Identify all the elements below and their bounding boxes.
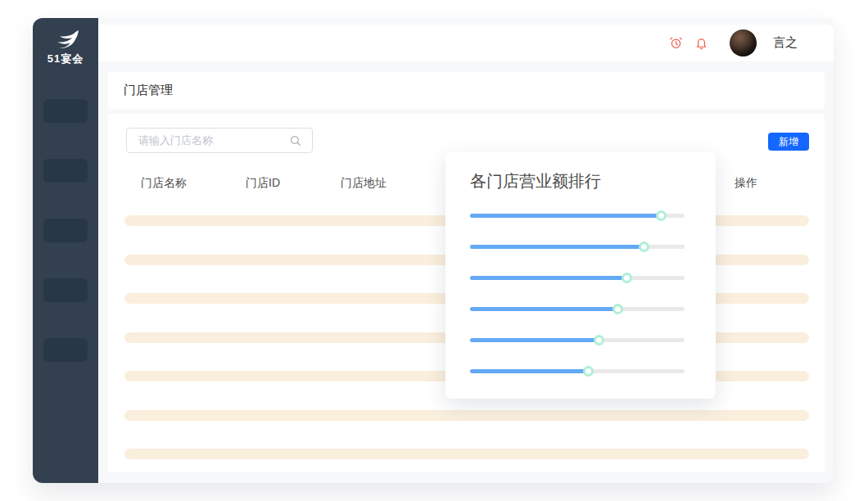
user-name[interactable]: 言之 [773,35,798,51]
sidebar-menu-item-placeholder[interactable] [43,99,88,123]
bell-icon[interactable] [694,36,708,50]
add-button[interactable]: 新增 [768,133,809,151]
app-frame: 51宴会 言之 门店管理 [33,18,834,483]
alarm-clock-icon[interactable] [669,36,683,50]
page-title: 门店管理 [124,83,173,98]
column-header-store-id: 门店ID [246,176,280,191]
column-header-store-address: 门店地址 [341,176,387,191]
avatar[interactable] [730,29,757,56]
rank-slider[interactable] [470,304,685,314]
rank-slider[interactable] [470,335,685,345]
slider-handle[interactable] [622,273,632,283]
column-header-actions: 操作 [735,176,757,191]
rank-slider[interactable] [470,366,685,377]
top-header: 言之 [98,25,834,61]
search-box [126,128,313,153]
brand-logo: 51宴会 [33,29,98,66]
rank-card-title: 各门店营业额排行 [470,170,601,192]
slider-fill [470,338,599,342]
brand-name: 51宴会 [33,52,98,66]
search-icon[interactable] [289,134,302,147]
slider-handle[interactable] [656,210,667,221]
search-input[interactable] [127,134,289,147]
slider-fill [470,369,588,373]
sidebar-menu-item-placeholder[interactable] [43,219,88,242]
slider-fill [470,245,644,249]
slider-fill [470,214,661,218]
slider-fill [470,276,626,280]
slider-handle[interactable] [639,241,649,252]
slider-handle[interactable] [583,366,594,377]
sidebar-menu-item-placeholder[interactable] [43,338,88,362]
rank-slider[interactable] [470,273,685,283]
table-row-placeholder [124,410,809,421]
slider-handle[interactable] [613,304,623,314]
table-row-placeholder [124,449,809,459]
slider-fill [470,307,618,311]
sidebar-menu-item-placeholder[interactable] [43,159,88,183]
column-header-store-name: 门店名称 [141,176,187,191]
swallow-icon [33,29,98,51]
sidebar: 51宴会 [33,18,98,483]
revenue-rank-card: 各门店营业额排行 [445,151,716,399]
rank-slider[interactable] [470,241,685,252]
slider-handle[interactable] [594,335,604,345]
page-title-panel: 门店管理 [108,72,825,109]
rank-slider[interactable] [470,210,685,221]
sidebar-menu-item-placeholder[interactable] [43,278,88,302]
